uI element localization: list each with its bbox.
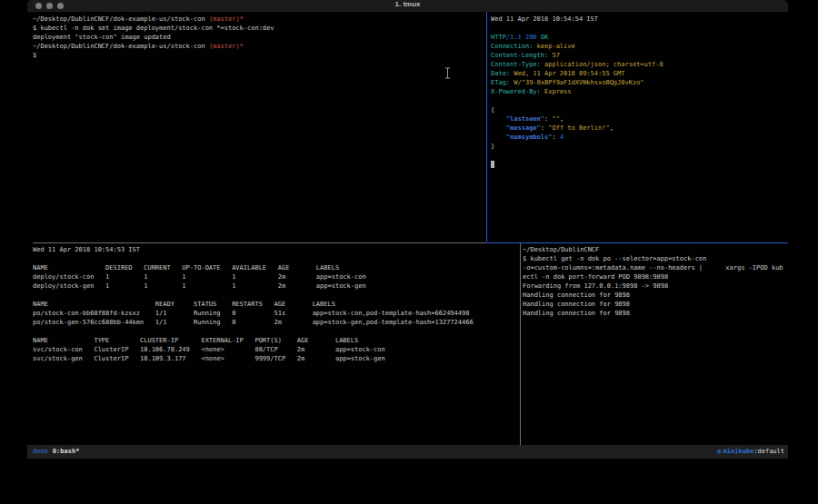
terminal-line: Date: Wed, 11 Apr 2018 09:54:55 GMT <box>491 69 785 78</box>
terminal-line: } <box>491 142 785 151</box>
terminal-line: deployment "stock-con" image updated <box>33 33 485 42</box>
terminal-line: "message": "Off to Berlin!", <box>491 124 785 133</box>
terminal-line <box>491 151 785 160</box>
terminal-line <box>33 291 516 300</box>
terminal-line: Content-Type: application/json; charset=… <box>491 60 785 69</box>
terminal-line: deploy/stock-gen 1 1 1 1 2m app=stock-ge… <box>33 282 516 291</box>
terminal-line: X-Powered-By: Express <box>491 87 785 96</box>
terminal-line: deploy/stock-con 1 1 1 1 2m app=stock-co… <box>33 272 516 282</box>
kube-context: minikube <box>723 445 754 459</box>
terminal-line: Wed 11 Apr 2018 10:54:54 IST <box>491 15 785 24</box>
terminal-line: po/stock-gen-576cc688bb-44kmn 1/1 Runnin… <box>33 318 516 327</box>
terminal-line <box>33 327 516 336</box>
status-bar-left: demo 0:bash* <box>27 445 79 459</box>
terminal-line: $ kubectl -n dok set image deployment/st… <box>33 24 485 33</box>
terminal-line: ~/Desktop/DublinCNCF/dok-example-us/stoc… <box>33 15 485 24</box>
terminal-line: Content-Length: 57 <box>491 51 785 60</box>
terminal-line <box>491 160 785 169</box>
window-tab-label[interactable]: 0:bash* <box>53 445 80 459</box>
status-bar-right: ☸ minikube :default <box>717 445 788 459</box>
tmux-pane-top-right-active[interactable]: Wed 11 Apr 2018 10:54:54 ISTHTTP/1.1 200… <box>491 15 785 241</box>
terminal-line: ~/Desktop/DublinCNCF <box>523 245 786 254</box>
terminal-line: "lastseen": "", <box>491 114 785 124</box>
terminal-line: "numsymbols": 4 <box>491 133 785 142</box>
terminal-line: po/stock-con-bb68f88fd-kzsxz 1/1 Running… <box>33 309 516 318</box>
terminal-line: Forwarding from 127.0.0.1:9898 -> 9898 <box>523 282 786 291</box>
terminal-line: NAME DESIRED CURRENT UP-TO-DATE AVAILABL… <box>33 263 516 272</box>
window-title: 1. tmux <box>27 0 788 12</box>
terminal-line: Handling connection for 9898 <box>523 309 786 318</box>
pane-border-vertical-top-active <box>486 12 487 242</box>
pane-border-horizontal-left <box>33 242 486 243</box>
pane-border-horizontal-right-active <box>487 242 788 243</box>
tmux-pane-top-left[interactable]: ~/Desktop/DublinCNCF/dok-example-us/stoc… <box>33 15 485 241</box>
kube-namespace: :default <box>753 445 784 459</box>
terminal-line: NAME TYPE CLUSTER-IP EXTERNAL-IP PORT(S)… <box>33 336 516 345</box>
terminal-line: Connection: keep-alive <box>491 42 785 51</box>
terminal-line <box>33 254 516 263</box>
terminal-line: svc/stock-gen ClusterIP 10.109.3.177 <no… <box>33 354 516 363</box>
terminal-line <box>491 24 785 33</box>
terminal-line: ETag: W/"39-0xBPf9aF1dXVNkhsxoBQgJ8vKzo" <box>491 78 785 87</box>
pane-border-vertical-bottom <box>520 243 521 445</box>
terminal-line: { <box>491 105 785 114</box>
desktop: { "window": { "title": "1. tmux" }, "col… <box>0 0 818 504</box>
tmux-pane-bottom-left[interactable]: Wed 11 Apr 2018 10:54:53 ISTNAME DESIRED… <box>33 245 516 443</box>
terminal-line: Handling connection for 9898 <box>523 300 786 309</box>
terminal-line: $ <box>33 51 485 60</box>
terminal-line: ~/Desktop/DublinCNCF/dok-example-us/stoc… <box>33 42 485 51</box>
terminal-line: Wed 11 Apr 2018 10:54:53 IST <box>33 245 516 254</box>
mouse-ibeam-pointer <box>444 65 451 83</box>
terminal-line <box>491 96 785 105</box>
tmux-status-bar: demo 0:bash* ☸ minikube :default <box>27 445 788 459</box>
terminal-line: -o=custom-columns=:metadata.name --no-he… <box>523 263 786 272</box>
terminal-line: ectl -n dok port-forward POD 9898:9898 <box>523 272 786 282</box>
terminal-line: NAME READY STATUS RESTARTS AGE LABELS <box>33 300 516 309</box>
terminal-line: $ kubectl get -n dok po --selector=app=s… <box>523 254 786 263</box>
kubernetes-icon: ☸ <box>717 445 722 459</box>
terminal-line: Handling connection for 9898 <box>523 291 786 300</box>
tmux-pane-bottom-right[interactable]: ~/Desktop/DublinCNCF$ kubectl get -n dok… <box>523 245 786 443</box>
terminal-window: 1. tmux ~/Desktop/DublinCNCF/dok-example… <box>27 0 788 459</box>
terminal-line: svc/stock-con ClusterIP 10.106.78.249 <n… <box>33 345 516 354</box>
window-titlebar: 1. tmux <box>27 0 788 12</box>
terminal-line: HTTP/1.1 200 OK <box>491 33 785 42</box>
session-name: demo <box>33 445 48 459</box>
